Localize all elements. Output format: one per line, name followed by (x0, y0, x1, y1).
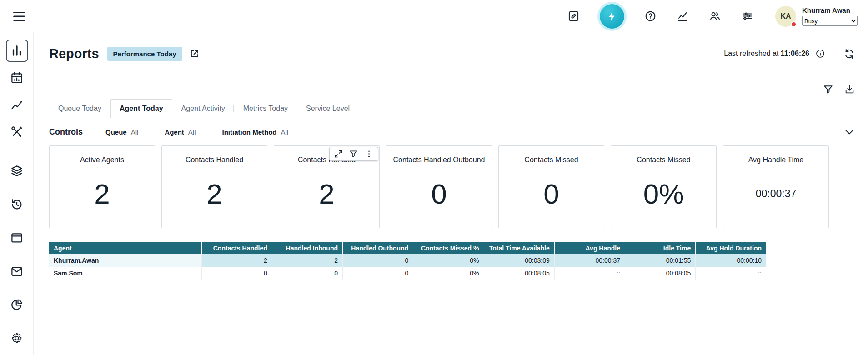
sidebar-item-pie-chart[interactable] (6, 294, 28, 316)
last-refreshed-time: 11:06:26 (781, 50, 809, 57)
table-cell: 0 (343, 254, 413, 267)
avatar-initials: KA (780, 12, 791, 20)
tab-agent-activity[interactable]: Agent Activity (172, 99, 234, 118)
sidebar-item-window[interactable] (6, 227, 28, 249)
kpi-card-value: 2 (319, 164, 334, 228)
sidebar-item-mail[interactable] (6, 260, 28, 283)
expand-icon[interactable] (334, 149, 343, 159)
external-link-icon[interactable] (189, 48, 200, 59)
sidebar-item-gear[interactable] (6, 327, 28, 350)
refresh-icon[interactable] (843, 48, 855, 60)
status-indicator-dot (791, 21, 797, 27)
sidebar-item-bar-chart[interactable] (6, 40, 28, 62)
tab-service-level[interactable]: Service Level (297, 99, 359, 118)
download-icon[interactable] (844, 84, 855, 95)
filter-name: Queue (105, 128, 127, 136)
filter-icon[interactable] (823, 84, 834, 95)
layers-icon (10, 164, 24, 178)
column-header-avg-handle[interactable]: Avg Handle (554, 242, 625, 254)
table-cell: 00:01:55 (625, 254, 696, 267)
status-select[interactable]: Busy (802, 16, 858, 26)
sidebar-item-line-chart[interactable] (6, 94, 28, 116)
window-icon (10, 231, 24, 245)
sidebar-item-layers[interactable] (6, 160, 28, 182)
filter-name: Initiation Method (222, 128, 277, 136)
filter-queue[interactable]: QueueAll (105, 128, 138, 136)
column-header-handled-outbound[interactable]: Handled Outbound (343, 242, 413, 254)
filter-icon[interactable] (349, 149, 358, 159)
tab-agent-today[interactable]: Agent Today (110, 99, 172, 118)
column-header-agent[interactable]: Agent (49, 242, 201, 254)
page-title: Reports (49, 46, 99, 61)
sidebar-item-calendar[interactable] (6, 67, 28, 89)
chevron-down-icon[interactable] (843, 126, 855, 138)
bar-chart-icon (10, 44, 24, 57)
kpi-card-title: Contacts Handled Outbound (393, 156, 485, 164)
agent-table: AgentContacts HandledHandled InboundHand… (49, 242, 766, 280)
tab-metrics-today[interactable]: Metrics Today (234, 99, 297, 118)
kpi-card-contacts-handled: Contacts Handled2 (274, 145, 380, 228)
sidebar (0, 32, 34, 355)
history-icon (10, 198, 24, 211)
column-header-avg-hold-duration[interactable]: Avg Hold Duration (696, 242, 766, 254)
controls-row: Controls QueueAllAgentAllInitiation Meth… (49, 118, 855, 144)
report-badge: Performance Today (107, 47, 182, 61)
kpi-card-title: Active Agents (80, 156, 124, 164)
page-header: Reports Performance Today Last refreshed… (49, 32, 855, 75)
toolbar-divider (361, 150, 361, 158)
filter-name: Agent (165, 128, 184, 136)
line-chart-icon (10, 98, 24, 111)
filter-initiation-method[interactable]: Initiation MethodAll (222, 128, 289, 136)
controls-label: Controls (49, 127, 83, 137)
sidebar-item-tools[interactable] (6, 121, 28, 143)
calendar-icon (10, 71, 24, 85)
card-hover-toolbar (329, 147, 378, 161)
table-cell: 00:00:10 (696, 254, 766, 267)
table-cell: 0% (413, 267, 484, 280)
tab-queue-today[interactable]: Queue Today (49, 99, 110, 118)
info-icon[interactable] (815, 49, 825, 59)
kpi-card-contacts-missed: Contacts Missed0% (611, 145, 717, 228)
sidebar-item-history[interactable] (6, 194, 28, 216)
agent-name-cell: Khurram.Awan (49, 254, 201, 267)
table-cell: 0 (201, 267, 272, 280)
avatar[interactable]: KA (775, 6, 796, 27)
column-header-contacts-missed-[interactable]: Contacts Missed % (413, 242, 484, 254)
kebab-icon[interactable] (364, 149, 374, 159)
kpi-card-value: 0 (543, 164, 559, 228)
topbar: KA Khurram Awan Busy (0, 0, 868, 32)
table-cell: 0% (413, 254, 484, 267)
table-row[interactable]: Khurram.Awan2200%00:03:0900:00:3700:01:5… (49, 254, 766, 267)
kpi-card-value: 0% (643, 164, 684, 228)
kpi-card-contacts-handled-outbound: Contacts Handled Outbound0 (386, 145, 492, 228)
table-cell: 00:03:09 (484, 254, 554, 267)
lightning-icon-button[interactable] (600, 4, 624, 29)
column-header-contacts-handled[interactable]: Contacts Handled (201, 242, 272, 254)
menu-icon[interactable] (11, 9, 27, 24)
filter-agent[interactable]: AgentAll (165, 128, 196, 136)
help-icon[interactable] (644, 10, 657, 22)
content-tools (49, 84, 855, 95)
table-cell: 00:08:05 (484, 267, 554, 280)
column-header-total-time-available[interactable]: Total Time Available (484, 242, 554, 254)
kpi-cards-row: Active Agents2Contacts Handled2Contacts … (49, 145, 855, 228)
table-row[interactable]: Sam.Som0000%00:08:05::00:08:05:: (49, 267, 766, 280)
kpi-card-title: Avg Handle Time (748, 156, 804, 164)
user-cluster: KA Khurram Awan Busy (775, 6, 858, 27)
users-icon[interactable] (709, 10, 721, 22)
kpi-card-title: Contacts Handled (186, 156, 243, 164)
table-cell: 2 (272, 254, 342, 267)
column-header-idle-time[interactable]: Idle Time (625, 242, 696, 254)
compose-icon[interactable] (567, 10, 580, 22)
lightning-icon (606, 10, 618, 22)
column-header-handled-inbound[interactable]: Handled Inbound (272, 242, 342, 254)
table-cell: 00:00:37 (554, 254, 625, 267)
sliders-icon[interactable] (741, 10, 753, 22)
table-cell: 0 (343, 267, 413, 280)
kpi-card-avg-handle-time: Avg Handle Time00:00:37 (723, 145, 829, 228)
analytics-icon[interactable] (677, 10, 689, 22)
kpi-card-value: 2 (206, 164, 222, 228)
last-refreshed-text: Last refreshed at 11:06:26 (724, 50, 809, 58)
user-name: Khurram Awan (802, 6, 858, 14)
tabs: Queue TodayAgent TodayAgent ActivityMetr… (49, 99, 855, 118)
